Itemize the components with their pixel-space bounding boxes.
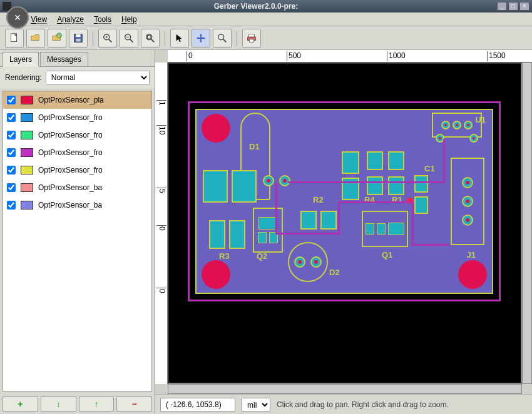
ruler-tick: 5 xyxy=(156,188,166,193)
smd-pad xyxy=(388,151,404,170)
pointer-icon[interactable] xyxy=(170,29,189,48)
ruler-tick: 1 xyxy=(156,100,166,106)
via xyxy=(279,175,290,186)
new-file-icon[interactable] xyxy=(5,29,24,48)
layer-checkbox[interactable] xyxy=(7,131,16,139)
layer-remove-button[interactable]: − xyxy=(116,396,152,411)
open-folder-icon[interactable] xyxy=(26,29,45,48)
layer-swatch xyxy=(21,96,33,104)
layer-swatch xyxy=(21,113,33,122)
menu-view[interactable]: View xyxy=(27,14,51,25)
ruler-tick: 10 xyxy=(156,125,166,134)
menu-help[interactable]: Help xyxy=(118,14,141,25)
component-q2 xyxy=(253,208,283,253)
layer-swatch xyxy=(21,201,33,210)
menubar: File View Analyze Tools Help xyxy=(0,13,532,26)
rendering-label: Rendering: xyxy=(5,73,42,82)
layer-name: OptProxSensor_fro xyxy=(38,148,148,157)
layer-checkbox[interactable] xyxy=(7,96,16,104)
svg-line-16 xyxy=(223,39,227,42)
window-minimize-button[interactable]: _ xyxy=(497,2,507,11)
ruler-horizontal: 0 500 1000 1500 xyxy=(168,50,532,63)
magnify-icon[interactable] xyxy=(213,29,232,48)
ruler-tick: 500 xyxy=(287,51,301,61)
layer-add-button[interactable]: + xyxy=(3,396,38,411)
svg-line-13 xyxy=(151,39,155,42)
component-label-u1: U1 xyxy=(475,115,486,124)
smd-pad xyxy=(300,211,317,230)
svg-line-6 xyxy=(109,39,112,42)
ruler-tick: 0 xyxy=(156,288,166,293)
rendering-select[interactable]: Normal xyxy=(46,71,150,84)
zoom-fit-icon[interactable] xyxy=(141,29,160,48)
smd-pad xyxy=(388,176,404,195)
smd-pad xyxy=(342,151,359,174)
layer-row[interactable]: OptProxSensor_ba xyxy=(3,196,151,214)
component-j1 xyxy=(451,158,484,245)
reload-icon[interactable] xyxy=(48,29,66,48)
window-close-button[interactable]: × xyxy=(519,2,529,11)
layer-row[interactable]: OptProxSensor_fro xyxy=(3,161,151,179)
svg-point-15 xyxy=(218,34,224,39)
mounting-hole xyxy=(458,260,487,289)
trace xyxy=(288,181,444,183)
save-icon[interactable] xyxy=(69,29,88,48)
svg-rect-17 xyxy=(249,34,255,37)
layer-checkbox[interactable] xyxy=(7,113,16,122)
sidebar: Layers Messages Rendering: Normal OptPro… xyxy=(0,50,155,414)
window-maximize-button[interactable]: □ xyxy=(508,2,518,11)
layer-checkbox[interactable] xyxy=(7,201,16,210)
menu-tools[interactable]: Tools xyxy=(90,14,115,25)
toolbar xyxy=(0,26,532,50)
pcb-board: D1 U1 R3 xyxy=(188,101,501,301)
layer-row[interactable]: OptProxSensor_fro xyxy=(3,144,151,161)
scrollbar-horizontal[interactable] xyxy=(168,384,522,394)
component-label-q2: Q2 xyxy=(257,251,267,261)
layer-row[interactable]: OptProxSensor_fro xyxy=(3,126,151,144)
tab-messages[interactable]: Messages xyxy=(40,52,88,66)
component-label-r3: R3 xyxy=(219,251,230,261)
layer-up-button[interactable]: ↑ xyxy=(79,396,115,411)
layer-swatch xyxy=(21,166,33,174)
layer-name: OptProxSensor_ba xyxy=(38,201,148,210)
layer-checkbox[interactable] xyxy=(7,183,16,192)
window-title: Gerber Viewer2.0.0-pre: xyxy=(15,2,497,11)
component-u1 xyxy=(432,113,482,138)
layer-row[interactable]: OptProxSensor_ba xyxy=(3,179,151,196)
smd-pad xyxy=(209,220,225,249)
svg-rect-3 xyxy=(76,34,80,37)
window-titlebar: Gerber Viewer2.0.0-pre: _ □ × xyxy=(0,0,532,13)
pan-icon[interactable] xyxy=(192,29,210,48)
mounting-hole xyxy=(202,260,230,289)
canvas-viewport[interactable]: D1 U1 R3 xyxy=(168,63,522,384)
layer-name: OptProxSensor_ba xyxy=(38,183,148,192)
ruler-tick: 1000 xyxy=(387,51,406,61)
smd-pad xyxy=(367,151,383,170)
layer-swatch xyxy=(21,148,33,157)
layer-checkbox[interactable] xyxy=(7,166,16,174)
layer-checkbox[interactable] xyxy=(7,148,16,157)
toolbar-separator xyxy=(165,31,165,46)
print-icon[interactable] xyxy=(242,29,261,48)
tab-layers[interactable]: Layers xyxy=(3,52,39,67)
layer-row[interactable]: OptProxSensor_fro xyxy=(3,109,151,126)
smd-pad xyxy=(414,175,428,193)
svg-rect-4 xyxy=(76,38,80,41)
menu-analyze[interactable]: Analyze xyxy=(53,14,88,25)
unit-select[interactable]: mil xyxy=(242,398,270,411)
ruler-tick: 1500 xyxy=(487,51,506,61)
overlay-close-button[interactable]: × xyxy=(6,6,29,29)
scrollbar-vertical[interactable] xyxy=(522,63,532,384)
layer-down-button[interactable]: ↓ xyxy=(41,396,76,411)
svg-rect-19 xyxy=(249,39,253,42)
coordinates-display: ( -126.6, 1053.8) xyxy=(160,398,235,411)
layer-name: OptProxSensor_fro xyxy=(38,166,148,174)
trace xyxy=(338,201,413,203)
component-label-c1: C1 xyxy=(424,164,435,173)
zoom-in-icon[interactable] xyxy=(98,29,117,48)
zoom-out-icon[interactable] xyxy=(120,29,138,48)
status-hint: Click and drag to pan. Right click and d… xyxy=(277,400,527,409)
layer-name: OptProxSensor_pla xyxy=(38,96,148,104)
layer-row[interactable]: OptProxSensor_pla xyxy=(3,91,151,109)
component-label-j1: J1 xyxy=(467,250,476,260)
